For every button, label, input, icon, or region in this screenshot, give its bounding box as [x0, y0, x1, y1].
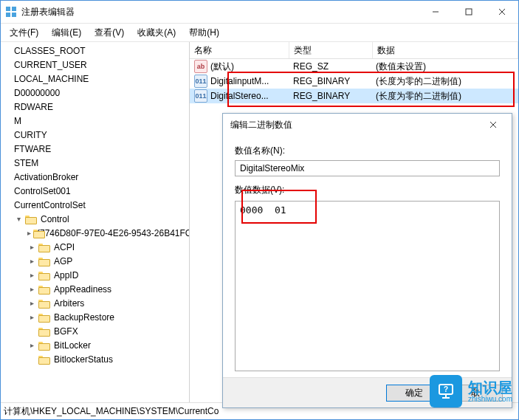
expander-icon[interactable]: ▸ [27, 299, 36, 308]
svg-rect-0 [6, 7, 10, 11]
folder-icon [38, 340, 50, 351]
expander-icon[interactable]: ▾ [14, 215, 23, 224]
list-row[interactable]: ab(默认)REG_SZ(数值未设置) [190, 59, 518, 74]
close-button[interactable] [485, 1, 518, 23]
expander-icon[interactable] [4, 75, 13, 83]
minimize-button[interactable] [419, 1, 452, 23]
value-name: DigitalStereo... [210, 91, 269, 101]
tree-item[interactable]: CurrentControlSet [1, 198, 189, 212]
dialog-close-button[interactable] [482, 114, 504, 136]
value-name: DigitalinputM... [210, 76, 269, 86]
tree-item[interactable]: BitlockerStatus [1, 352, 189, 366]
dialog-titlebar: 编辑二进制数值 [223, 114, 512, 136]
tree-item[interactable]: ▾Control [1, 212, 189, 226]
value-data-input[interactable]: 0000 01 [235, 201, 500, 371]
expander-icon[interactable] [4, 103, 13, 111]
tree-label: ACPI [52, 242, 76, 252]
folder-icon [38, 298, 50, 309]
tree-item[interactable]: ▸Arbiters [1, 296, 189, 310]
expander-icon[interactable]: ▸ [27, 257, 36, 266]
expander-icon[interactable] [4, 201, 13, 210]
tree-item[interactable]: CURRENT_USER [1, 58, 189, 72]
value-name-input[interactable] [235, 160, 500, 176]
tree-label: STEM [13, 158, 40, 168]
expander-icon[interactable] [4, 131, 13, 140]
tree-label: BitlockerStatus [52, 354, 114, 365]
expander-icon[interactable] [4, 159, 13, 168]
col-type[interactable]: 类型 [289, 42, 373, 58]
svg-rect-2 [6, 13, 10, 17]
expander-icon[interactable]: ▸ [27, 341, 36, 350]
col-data[interactable]: 数据 [373, 42, 518, 58]
tree-item[interactable]: D00000000 [1, 86, 189, 100]
expander-icon[interactable] [27, 327, 36, 336]
col-name[interactable]: 名称 [190, 42, 289, 58]
expander-icon[interactable]: ▸ [27, 285, 36, 294]
expander-icon[interactable] [4, 145, 13, 154]
tree-item[interactable]: BGFX [1, 324, 189, 338]
folder-icon [25, 214, 37, 224]
expander-icon[interactable] [4, 173, 13, 182]
ok-button[interactable]: 确定 [386, 385, 441, 402]
tree-item[interactable]: CLASSES_ROOT [1, 44, 189, 58]
menu-view[interactable]: 查看(V) [89, 25, 130, 41]
tree-item[interactable]: ▸BackupRestore [1, 310, 189, 324]
value-name: (默认) [210, 61, 234, 73]
menu-favorites[interactable]: 收藏夹(A) [131, 25, 182, 41]
tree-item[interactable]: M [1, 114, 189, 128]
binary-value-icon: 011 [194, 75, 207, 88]
folder-icon [38, 312, 50, 323]
tree-item[interactable]: ▸AppReadiness [1, 282, 189, 296]
tree-item[interactable]: ▸AGP [1, 254, 189, 268]
expander-icon[interactable] [4, 117, 13, 125]
tree-item[interactable]: CURITY [1, 128, 189, 142]
tree-item[interactable]: LOCAL_MACHINE [1, 72, 189, 86]
tree-label: {7746D80F-97E0-4E26-9543-26B41FC2 [35, 228, 190, 238]
list-row[interactable]: 011DigitalStereo...REG_BINARY(长度为零的二进制值) [190, 89, 518, 103]
menu-edit[interactable]: 编辑(E) [46, 25, 87, 41]
main-window: 注册表编辑器 文件(F) 编辑(E) 查看(V) 收藏夹(A) 帮助(H) CL… [0, 0, 519, 420]
tree-item[interactable]: ▸{7746D80F-97E0-4E26-9543-26B41FC2 [1, 226, 189, 240]
expander-icon[interactable] [4, 89, 13, 97]
expander-icon[interactable]: ▸ [27, 313, 36, 322]
value-data: (长度为零的二进制值) [371, 90, 518, 103]
expander-icon[interactable] [4, 187, 13, 196]
tree-item[interactable]: ControlSet001 [1, 184, 189, 198]
expander-icon[interactable] [4, 47, 13, 55]
svg-rect-5 [466, 9, 472, 15]
tree-label: Control [39, 214, 71, 224]
dialog-title: 编辑二进制数值 [230, 119, 292, 131]
expander-icon[interactable]: ▸ [27, 271, 36, 280]
expander-icon[interactable] [27, 355, 36, 364]
tree-item[interactable]: RDWARE [1, 100, 189, 114]
expander-icon[interactable] [4, 61, 13, 69]
expander-icon[interactable]: ▸ [27, 243, 36, 252]
value-data: (长度为零的二进制值) [371, 75, 518, 88]
maximize-button[interactable] [452, 1, 485, 23]
menu-help[interactable]: 帮助(H) [183, 25, 225, 41]
tree-label: Arbiters [52, 298, 86, 309]
value-data-label: 数值数据(V): [235, 184, 500, 196]
tree-label: AGP [52, 256, 74, 266]
svg-rect-3 [12, 13, 16, 17]
tree-item[interactable]: ActivationBroker [1, 170, 189, 184]
tree-item[interactable]: STEM [1, 156, 189, 170]
tree-label: AppID [52, 270, 80, 280]
tree-item[interactable]: ▸BitLocker [1, 338, 189, 352]
cancel-button[interactable]: 取 [447, 385, 503, 402]
tree-item[interactable]: ▸ACPI [1, 240, 189, 254]
tree-item[interactable]: FTWARE [1, 142, 189, 156]
menu-file[interactable]: 文件(F) [4, 25, 44, 41]
tree-label: CURRENT_USER [13, 60, 89, 70]
value-type: REG_BINARY [289, 76, 371, 86]
tree-label: BackupRestore [52, 312, 116, 323]
tree-label: ControlSet001 [13, 186, 72, 196]
value-type: REG_SZ [289, 61, 371, 72]
expander-icon[interactable]: ▸ [27, 229, 31, 238]
tree-label: CURITY [13, 130, 49, 140]
tree-pane[interactable]: CLASSES_ROOTCURRENT_USERLOCAL_MACHINED00… [1, 42, 190, 402]
menubar: 文件(F) 编辑(E) 查看(V) 收藏夹(A) 帮助(H) [1, 24, 518, 42]
tree-label: AppReadiness [52, 284, 113, 295]
tree-item[interactable]: ▸AppID [1, 268, 189, 282]
list-row[interactable]: 011DigitalinputM...REG_BINARY(长度为零的二进制值) [190, 74, 518, 89]
